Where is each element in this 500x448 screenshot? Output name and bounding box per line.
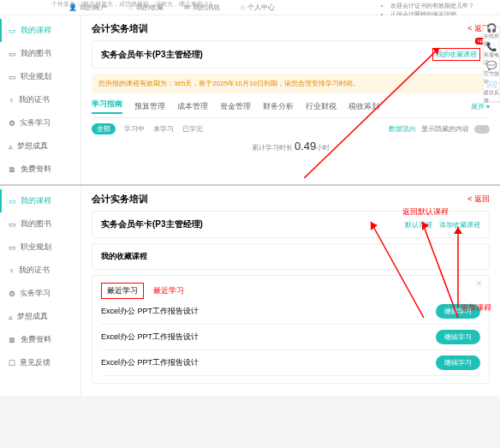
sidebar-item-career[interactable]: ▭ 职业规划 [0,65,80,88]
page-title: 会计实务培训 [92,22,148,35]
continue-btn[interactable]: 继续学习 [436,330,480,344]
sidebar-item-dream[interactable]: ▵ 梦想成真 [0,305,80,328]
sidebar-2: ▭ 我的课程 ▭ 我的图书 ▭ 职业规划 ♀ 我的证书 ⚙ 实务学习 ▵ 梦想成… [0,186,81,396]
sidebar-item-free[interactable]: 🗎 免费资料 [0,328,80,351]
study-time: 累计学习时长 0.49小时 [92,140,490,152]
filter-learning[interactable]: 学习中 [124,124,145,134]
recent-study-label: 最近学习 [153,286,184,295]
study-tabs: 学习指南 预算管理 成本管理 资金管理 财务分析 行业财税 税收筹划 展开 ▾ [92,99,490,118]
tab-tax[interactable]: 税收筹划 [348,101,379,112]
sidebar-item-feedback[interactable]: ☐ 意见反馈 [0,351,80,374]
member-card: 实务会员年卡(P3主管经理) 我的收藏课程 NEW [92,40,490,69]
course-row: Excel办公 PPT工作报告设计继续学习 [101,350,480,376]
recent-study-box: 最近学习 [101,283,144,299]
filter-row: 全部 学习中 未学习 已学完 数据流向 显示隐藏的内容 [92,123,490,134]
member-name: 实务会员年卡(P3主管经理) [101,49,203,61]
section-1: ▭ 我的课程 ▭ 我的图书 ▭ 职业规划 ♀ 我的证书 ⚙ 实务学习 ▵ 梦想成… [0,15,500,184]
tab-industry[interactable]: 行业财税 [306,101,336,112]
default-course-link[interactable]: 默认课程 [405,220,432,230]
close-icon[interactable]: × [476,278,482,290]
sidebar-item-dream[interactable]: ▵ 梦想成真 [0,134,80,158]
my-fav-courses-link[interactable]: 我的收藏课程 [432,48,480,61]
course-row: Excel办公 PPT工作报告设计继续学习 [101,299,480,325]
sidebar-item-practice[interactable]: ⚙ 实务学习 [0,111,80,134]
main-2: 会计实务培训 < 返回 实务会员年卡(P3主管经理) 默认课程 添加收藏课程 我… [81,186,500,396]
sidebar-item-practice[interactable]: ⚙ 实务学习 [0,282,80,305]
tab-analysis[interactable]: 财务分析 [263,101,294,112]
continue-btn[interactable]: 继续学习 [436,355,480,370]
continue-btn[interactable]: 继续学习 [436,304,480,319]
data-flow-link[interactable]: 数据流向 [389,124,416,134]
signature: 个性签名："努力就是光，成功就是影。没有光，哪儿来影？" [51,0,211,9]
sidebar-item-courses[interactable]: ▭ 我的课程 [0,189,80,212]
sidebar-item-cert[interactable]: ♀ 我的证书 [0,88,80,111]
sidebar-item-books[interactable]: ▭ 我的图书 [0,42,80,65]
add-fav-link[interactable]: 添加收藏课程 [439,220,480,230]
expiry-notice: 您所报的课程有效期为：365天，将于2025年10月10日到期，请您合理安排学习… [92,74,490,93]
course-row: Excel办公 PPT工作报告设计继续学习 [101,325,480,350]
back-link[interactable]: < 返回 [467,194,490,205]
member-card-2: 实务会员年卡(P3主管经理) 默认课程 添加收藏课程 [92,211,490,238]
tab-fund[interactable]: 资金管理 [220,101,251,112]
filter-notstarted[interactable]: 未学习 [153,124,174,134]
sidebar-item-cert[interactable]: ♀ 我的证书 [0,259,80,282]
sidebar-item-courses[interactable]: ▭ 我的课程 [0,19,80,42]
float-feedback[interactable]: ✉️建议反馈 [484,83,499,102]
recent-section: × 最近学习 最近学习 Excel办公 PPT工作报告设计继续学习 Excel办… [92,275,490,384]
section-2: ▭ 我的课程 ▭ 我的图书 ▭ 职业规划 ♀ 我的证书 ⚙ 实务学习 ▵ 梦想成… [0,184,500,396]
sidebar-item-free[interactable]: 🗎 免费资料 [0,158,80,181]
hide-toggle[interactable] [474,125,490,134]
tab-cost[interactable]: 成本管理 [177,101,208,112]
float-icons: 🎧在线客服 📞客服电话 💬官方微信 ✉️建议反馈 [483,26,500,103]
nav-center[interactable]: ⌂ 个人中心 [241,3,275,12]
sidebar-item-career[interactable]: ▭ 职业规划 [0,236,80,259]
hide-toggle-label: 显示隐藏的内容 [421,124,469,134]
fav-section: 我的收藏课程 [92,243,490,270]
sidebar-1: ▭ 我的课程 ▭ 我的图书 ▭ 职业规划 ♀ 我的证书 ⚙ 实务学习 ▵ 梦想成… [0,15,81,184]
filter-all[interactable]: 全部 [92,123,116,134]
tab-guide[interactable]: 学习指南 [92,99,122,114]
main-1: 会计实务培训 < 返回 实务会员年卡(P3主管经理) 我的收藏课程 NEW 您所… [81,15,500,184]
page-title: 会计实务培训 [92,193,148,206]
member-name: 实务会员年卡(P3主管经理) [101,218,203,230]
filter-done[interactable]: 已学完 [182,124,203,134]
tab-budget[interactable]: 预算管理 [134,101,165,112]
sidebar-item-books[interactable]: ▭ 我的图书 [0,212,80,236]
top-nav: 个性签名："努力就是光，成功就是影。没有光，哪儿来影？" 👤 我的账户 ☆ 我的… [0,0,500,15]
